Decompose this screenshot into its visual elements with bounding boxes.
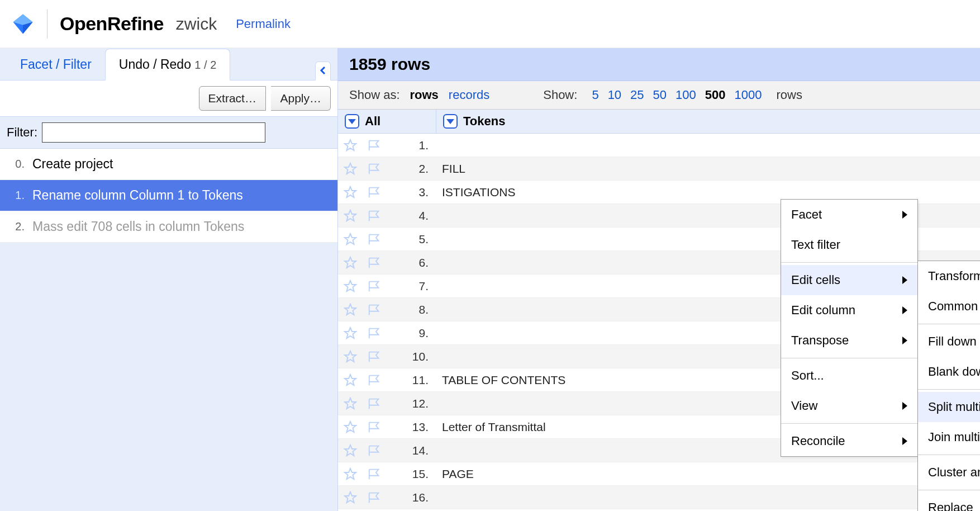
flag-icon[interactable] xyxy=(363,444,387,457)
flag-icon[interactable] xyxy=(363,139,387,152)
show-as-rows[interactable]: rows xyxy=(410,88,439,102)
star-icon[interactable] xyxy=(338,186,363,199)
history-item[interactable]: 1. Rename column Column 1 to Tokens xyxy=(0,180,337,211)
menu-item-label: Transpose xyxy=(791,333,849,348)
history-item-label: Mass edit 708 cells in column Tokens xyxy=(32,219,244,234)
page-size-25[interactable]: 25 xyxy=(630,88,644,102)
star-icon[interactable] xyxy=(338,162,363,176)
flag-icon[interactable] xyxy=(363,256,387,269)
menu-item-label: Fill down xyxy=(928,334,977,349)
page-size-100[interactable]: 100 xyxy=(675,88,696,102)
star-icon[interactable] xyxy=(338,491,363,504)
star-icon[interactable] xyxy=(338,280,363,293)
history-item-num: 2. xyxy=(12,220,25,233)
column-menu: FacetText filterEdit cellsEdit columnTra… xyxy=(781,199,918,457)
page-size-50[interactable]: 50 xyxy=(653,88,667,102)
openrefine-logo-icon xyxy=(11,12,35,36)
column-header-all: All xyxy=(338,110,436,133)
chevron-right-icon xyxy=(902,306,907,314)
flag-icon[interactable] xyxy=(363,280,387,293)
menu-item[interactable]: Replace xyxy=(918,493,980,511)
flag-icon[interactable] xyxy=(363,162,387,176)
menu-item[interactable]: Facet xyxy=(781,200,917,230)
menu-item[interactable]: Cluster and edit... xyxy=(918,457,980,488)
menu-separator xyxy=(918,324,980,324)
menu-item[interactable]: Transpose xyxy=(781,325,917,356)
svg-marker-25 xyxy=(345,398,356,409)
star-icon[interactable] xyxy=(338,444,363,457)
cell-value[interactable]: PAGE xyxy=(436,467,980,481)
flag-icon[interactable] xyxy=(363,186,387,199)
menu-item[interactable]: Edit cells xyxy=(781,265,917,295)
menu-item-label: Split multi-valued cells... xyxy=(928,400,980,414)
svg-marker-15 xyxy=(345,281,356,291)
page-size-500[interactable]: 500 xyxy=(705,88,726,102)
flag-icon[interactable] xyxy=(363,420,387,434)
star-icon[interactable] xyxy=(338,350,363,363)
show-as-records[interactable]: records xyxy=(449,88,489,102)
row-number: 16. xyxy=(387,491,436,504)
apply-button[interactable]: Apply… xyxy=(271,86,331,111)
row-number: 1. xyxy=(387,139,436,152)
all-column-menu-button[interactable] xyxy=(345,114,359,129)
history-filter-input[interactable] xyxy=(42,122,265,143)
tab-undo-redo[interactable]: Undo / Redo 1 / 2 xyxy=(105,49,230,81)
star-icon[interactable] xyxy=(338,209,363,223)
menu-item[interactable]: Text filter xyxy=(781,230,917,260)
flag-icon[interactable] xyxy=(363,233,387,246)
svg-marker-33 xyxy=(345,492,356,503)
star-icon[interactable] xyxy=(338,139,363,152)
cell-value[interactable]: FILL xyxy=(436,162,980,176)
svg-marker-13 xyxy=(345,257,356,268)
permalink-link[interactable]: Permalink xyxy=(236,17,291,31)
menu-item[interactable]: Transform... xyxy=(918,261,980,291)
tab-count: 1 / 2 xyxy=(194,59,216,71)
star-icon[interactable] xyxy=(338,256,363,269)
flag-icon[interactable] xyxy=(363,397,387,410)
flag-icon[interactable] xyxy=(363,327,387,340)
extract-button[interactable]: Extract… xyxy=(199,86,266,111)
flag-icon[interactable] xyxy=(363,350,387,363)
history-item[interactable]: 2. Mass edit 708 cells in column Tokens xyxy=(0,211,337,243)
page-size-5[interactable]: 5 xyxy=(592,88,598,102)
star-icon[interactable] xyxy=(338,373,363,387)
star-icon[interactable] xyxy=(338,420,363,434)
page-size-10[interactable]: 10 xyxy=(608,88,621,102)
star-icon[interactable] xyxy=(338,397,363,410)
flag-icon[interactable] xyxy=(363,491,387,504)
menu-item-label: Replace xyxy=(928,500,973,511)
star-icon[interactable] xyxy=(338,467,363,481)
svg-marker-31 xyxy=(345,469,356,479)
column-all-label: All xyxy=(365,114,380,129)
menu-item[interactable]: Common transforms xyxy=(918,291,980,321)
edit-cells-submenu: Transform...Common transformsFill downBl… xyxy=(917,261,980,511)
page-size-1000[interactable]: 1000 xyxy=(735,88,762,102)
menu-item-label: Reconcile xyxy=(791,434,845,448)
flag-icon[interactable] xyxy=(363,209,387,223)
history-item-num: 1. xyxy=(12,189,25,202)
collapse-sidebar-button[interactable] xyxy=(315,61,331,81)
menu-item[interactable]: Reconcile xyxy=(781,426,917,456)
star-icon[interactable] xyxy=(338,303,363,316)
flag-icon[interactable] xyxy=(363,303,387,316)
menu-item[interactable]: Blank down xyxy=(918,357,980,387)
menu-item[interactable]: Fill down xyxy=(918,327,980,357)
star-icon[interactable] xyxy=(338,327,363,340)
data-panel: 1859 rows Show as: rows records Show: 51… xyxy=(338,48,980,511)
rows-suffix: rows xyxy=(776,88,802,102)
history-item[interactable]: 0. Create project xyxy=(0,149,337,180)
tab-facet-filter[interactable]: Facet / Filter xyxy=(7,49,105,80)
svg-marker-3 xyxy=(345,140,356,150)
star-icon[interactable] xyxy=(338,233,363,246)
menu-item[interactable]: View xyxy=(781,391,917,421)
cell-value[interactable]: ISTIGATIONS xyxy=(436,186,980,199)
menu-item[interactable]: Sort... xyxy=(781,361,917,391)
menu-item[interactable]: Join multi-valued cells... xyxy=(918,422,980,452)
table-row: 2. FILL xyxy=(338,157,980,181)
flag-icon[interactable] xyxy=(363,373,387,387)
flag-icon[interactable] xyxy=(363,467,387,481)
tokens-column-menu-button[interactable] xyxy=(443,114,458,129)
menu-item[interactable]: Edit column xyxy=(781,295,917,325)
menu-item[interactable]: Split multi-valued cells... xyxy=(918,392,980,422)
tab-label: Facet / Filter xyxy=(20,57,92,72)
